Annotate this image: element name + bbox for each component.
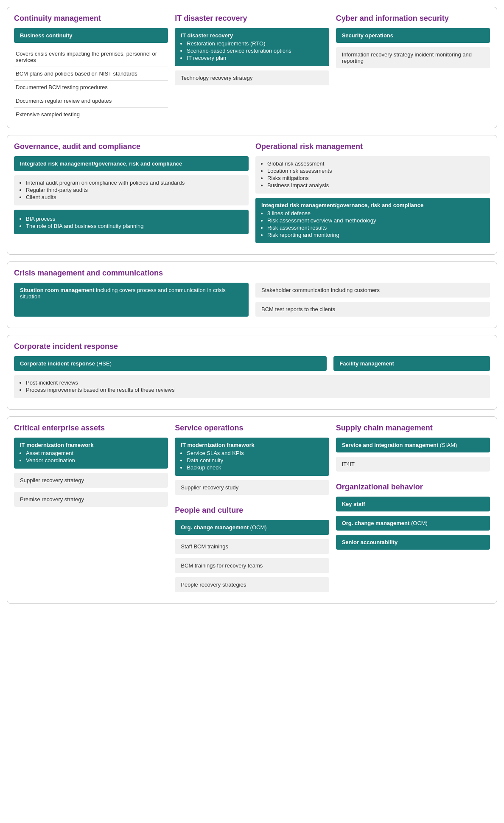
security-ops-label: Security operations <box>342 32 393 39</box>
tech-recovery-block: Technology recovery strategy <box>175 70 329 85</box>
irm2-list: 3 lines of defense Risk assessment overv… <box>261 210 484 238</box>
cyber-security-col: Cyber and information security Security … <box>336 14 490 121</box>
org-behavior-subsection: Organizational behavior Key staff Org. c… <box>336 483 490 554</box>
siam-suffix: (SIAM) <box>440 442 457 448</box>
tech-recovery-label: Technology recovery strategy <box>181 75 252 81</box>
list-item: 3 lines of defense <box>267 210 484 216</box>
irm-label: Integrated risk management/governance, r… <box>20 160 182 167</box>
list-item: Internal audit program on compliance wit… <box>26 180 243 186</box>
governance-col: Governance, audit and compliance Integra… <box>14 142 249 247</box>
corp-header-row: Corporate incident response (HSE) Facili… <box>14 356 490 375</box>
supplier-recovery-text: Supplier recovery strategy <box>20 477 84 483</box>
list-item: Vendor coordination <box>26 457 162 463</box>
section1-card: Continuity management Business continuit… <box>7 7 497 128</box>
it-disaster-recovery-col: IT disaster recovery IT disaster recover… <box>175 14 329 121</box>
audit-program-block: Internal audit program on compliance wit… <box>14 175 249 205</box>
plain-item: Documents regular review and updates <box>14 94 168 108</box>
supplier-recovery-block: Supplier recovery strategy <box>14 473 168 488</box>
bcm-test-reports-block: BCM test reports to the clients <box>255 302 490 317</box>
it-disaster-recovery-title: IT disaster recovery <box>175 14 329 23</box>
premise-recovery-text: Premise recovery strategy <box>20 496 84 503</box>
critical-assets-col: Critical enterprise assets IT modernizat… <box>14 424 168 596</box>
crisis-management-title: Crisis management and communications <box>14 269 490 278</box>
audit-list: Internal audit program on compliance wit… <box>20 180 243 200</box>
it-dr-list: Restoration requirements (RTO) Scenario-… <box>181 40 323 61</box>
continuity-management-title: Continuity management <box>14 14 168 23</box>
premise-recovery-block: Premise recovery strategy <box>14 492 168 507</box>
senior-accountability-label: Senior accountability <box>342 539 398 545</box>
list-item: Service SLAs and KPIs <box>187 450 323 456</box>
list-item: Client audits <box>26 194 243 200</box>
list-item: The role of BIA and business continuity … <box>26 223 243 229</box>
service-it-modernization-list: Service SLAs and KPIs Data continuity Ba… <box>181 450 323 471</box>
bottom-row: Critical enterprise assets IT modernizat… <box>14 424 490 596</box>
staff-bcm-text: Staff BCM trainings <box>181 543 228 550</box>
corp-incident-title: Corporate incident response <box>14 342 490 351</box>
security-ops-block: Security operations <box>336 28 490 43</box>
section4-card: Corporate incident response Corporate in… <box>7 335 497 410</box>
corp-incident-label: Corporate incident response <box>20 360 95 367</box>
list-item: Asset management <box>26 450 162 456</box>
cyber-security-title: Cyber and information security <box>336 14 490 23</box>
service-ops-title: Service operations <box>175 424 329 433</box>
staff-bcm-block: Staff BCM trainings <box>175 539 329 554</box>
it-modernization-label: IT modernization framework <box>20 442 93 448</box>
operational-risk-col: Operational risk management Global risk … <box>255 142 490 247</box>
info-recovery-text: Information recovery strategy incident m… <box>342 51 472 64</box>
bcm-recovery-teams-text: BCM trainings for recovery teams <box>181 562 263 569</box>
list-item: Risk reporting and monitoring <box>267 232 484 238</box>
list-item: Process improvements based on the result… <box>26 387 484 393</box>
section2-row: Governance, audit and compliance Integra… <box>14 142 490 247</box>
key-staff-label: Key staff <box>342 501 365 507</box>
list-item: Location risk assessments <box>267 168 484 174</box>
supply-chain-col: Supply chain management Service and inte… <box>336 424 490 596</box>
business-continuity-label: Business continuity <box>20 32 73 39</box>
senior-accountability-block: Senior accountability <box>336 535 490 550</box>
info-recovery-block: Information recovery strategy incident m… <box>336 47 490 68</box>
bcm-recovery-teams-block: BCM trainings for recovery teams <box>175 558 329 573</box>
bia-list: BIA process The role of BIA and business… <box>20 216 243 229</box>
continuity-management-col: Continuity management Business continuit… <box>14 14 168 121</box>
crisis-content: Situation room management including cove… <box>14 283 490 321</box>
siam-block: Service and integration management (SIAM… <box>336 438 490 452</box>
siam-label: Service and integration management <box>342 442 439 448</box>
continuity-plain-items: Covers crisis events impacting the premi… <box>14 47 168 121</box>
plain-item: Covers crisis events impacting the premi… <box>14 47 168 67</box>
section5-card: Critical enterprise assets IT modernizat… <box>7 416 497 604</box>
list-item: Risk assessment results <box>267 225 484 231</box>
list-item: Post-incident reviews <box>26 379 484 386</box>
it-modernization-block: IT modernization framework Asset managem… <box>14 438 168 469</box>
irm2-block: Integrated risk management/governance, r… <box>255 198 490 243</box>
critical-assets-title: Critical enterprise assets <box>14 424 168 433</box>
section1-row: Continuity management Business continuit… <box>14 14 490 121</box>
ocm-block: Org. change management (OCM) <box>175 520 329 535</box>
supplier-recovery-study-block: Supplier recovery study <box>175 480 329 495</box>
service-ops-col: Service operations IT modernization fram… <box>175 424 329 596</box>
it4it-block: IT4IT <box>336 457 490 472</box>
plain-item: Extensive sampled testing <box>14 108 168 121</box>
org-ocm-suffix: (OCM) <box>411 520 428 526</box>
list-item: Backup check <box>187 464 323 471</box>
irm-block: Integrated risk management/governance, r… <box>14 156 249 171</box>
situation-room-label: Situation room management <box>20 287 95 293</box>
key-staff-block: Key staff <box>336 497 490 511</box>
plain-item: Documented BCM testing procedures <box>14 81 168 94</box>
list-item: BIA process <box>26 216 243 222</box>
ocm-label: Org. change management <box>181 524 249 531</box>
list-item: Scenario-based service restoration optio… <box>187 48 323 54</box>
plain-item: BCM plans and policies based on NIST sta… <box>14 67 168 81</box>
list-item: Risk assessment overview and methodology <box>267 217 484 224</box>
governance-title: Governance, audit and compliance <box>14 142 249 151</box>
people-culture-title: People and culture <box>175 506 329 515</box>
corp-incident-suffix: (HSE) <box>97 360 112 367</box>
people-culture-subsection: People and culture Org. change managemen… <box>175 506 329 596</box>
global-risk-list: Global risk assessment Location risk ass… <box>261 160 484 188</box>
ocm-suffix: (OCM) <box>250 524 267 531</box>
stakeholder-comm-block: Stakeholder communication including cust… <box>255 283 490 298</box>
it-modernization-list: Asset management Vendor coordination <box>20 450 162 463</box>
post-incident-list: Post-incident reviews Process improvemen… <box>20 379 484 393</box>
stakeholder-comm-text: Stakeholder communication including cust… <box>261 287 380 293</box>
situation-room-block: Situation room management including cove… <box>14 283 249 317</box>
facility-management-label: Facility management <box>339 360 394 367</box>
list-item: IT recovery plan <box>187 55 323 61</box>
